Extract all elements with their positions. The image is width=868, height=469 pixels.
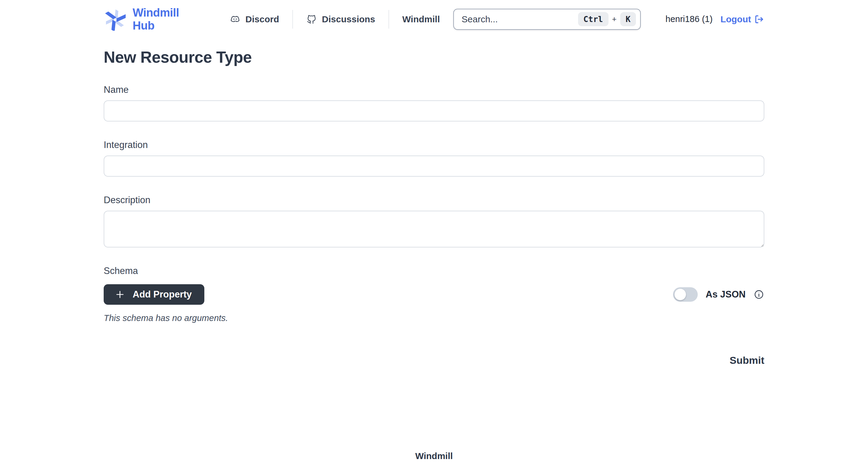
plus-icon [115,289,125,300]
top-nav: Windmill Hub Discord Discussions [0,0,868,38]
kbd-ctrl: Ctrl [578,12,609,26]
nav-item-label: Discord [245,14,279,24]
add-property-button[interactable]: Add Property [104,284,204,305]
integration-field-label: Integration [104,139,764,150]
page-footer: Windmill [0,451,868,461]
logout-icon [754,14,764,24]
as-json-control: As JSON [673,287,764,302]
description-field-label: Description [104,195,764,206]
toggle-knob [675,289,686,300]
discord-icon [230,14,241,25]
main-content: New Resource Type Name Integration Descr… [0,48,868,366]
discussions-icon [306,14,317,25]
kbd-k: K [620,12,636,26]
logout-link[interactable]: Logout [720,14,764,24]
windmill-logo-icon [104,8,127,31]
name-field-label: Name [104,84,764,95]
search-bar: Ctrl + K [453,9,641,30]
info-icon[interactable] [753,289,764,300]
main-nav: Discord Discussions Windmill [216,10,453,29]
brand-name: Windmill Hub [133,6,184,32]
nav-item-discord[interactable]: Discord [216,14,292,25]
search-input[interactable] [462,14,578,24]
nav-item-label: Discussions [322,14,375,24]
footer-windmill-link[interactable]: Windmill [415,451,453,461]
as-json-toggle[interactable] [673,287,698,302]
brand-home-link[interactable]: Windmill Hub [104,6,184,32]
page-title: New Resource Type [104,48,764,66]
submit-row: Submit [104,354,764,366]
nav-item-label: Windmill [402,14,440,24]
nav-item-discussions[interactable]: Discussions [293,14,389,25]
nav-item-windmill[interactable]: Windmill [389,14,453,24]
username-label: henri186 (1) [665,14,712,24]
kbd-separator: + [612,14,617,24]
logout-label: Logout [720,14,751,24]
schema-empty-note: This schema has no arguments. [104,313,764,323]
user-area: henri186 (1) Logout [665,14,764,24]
submit-button[interactable]: Submit [730,354,764,366]
integration-input[interactable] [104,156,764,177]
name-input[interactable] [104,100,764,122]
as-json-label: As JSON [706,289,746,300]
schema-controls-row: Add Property As JSON [104,284,764,305]
description-textarea[interactable] [104,211,764,247]
add-property-label: Add Property [133,289,192,300]
schema-section-label: Schema [104,265,764,276]
